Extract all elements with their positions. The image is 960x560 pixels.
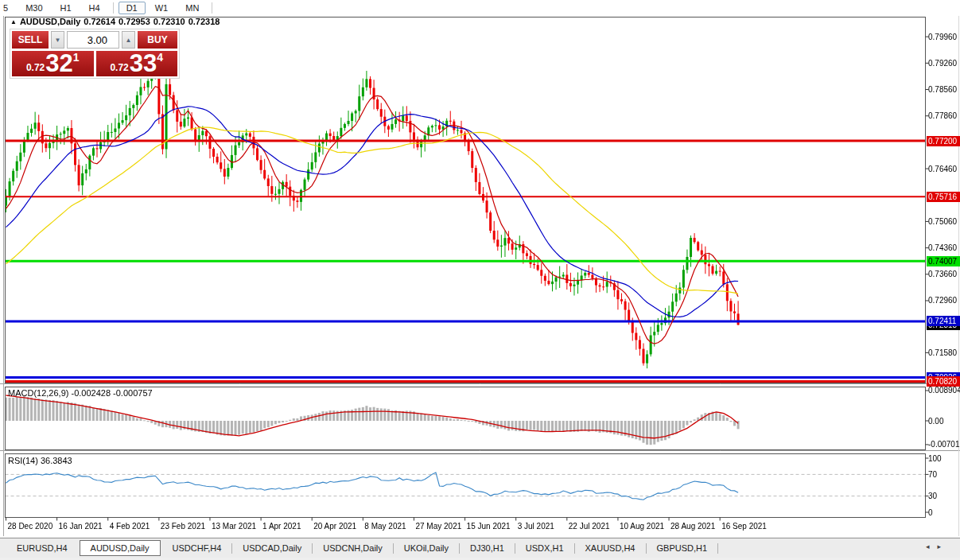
buy-price-pips: 33 (130, 52, 157, 76)
one-click-trading-panel: SELL ▼ 3.00 ▲ BUY 0.72 32 1 0.72 33 4 (10, 29, 180, 79)
sell-price-box[interactable]: 0.72 32 1 (12, 51, 94, 76)
rsi-tick-label: 100 (928, 453, 942, 464)
toolbar-separator (212, 2, 212, 14)
bar-direction-icon: ▲ (10, 18, 17, 25)
buy-button[interactable]: BUY (138, 31, 177, 49)
volume-increase-button[interactable]: ▲ (122, 31, 135, 49)
chevron-up-icon: ▲ (126, 37, 132, 44)
date-tick-label: 28 Aug 2021 (670, 522, 715, 531)
chart-tab-gbpusd[interactable]: GBPUSD,H1 (647, 541, 718, 555)
chart-tab-usdchf[interactable]: USDCHF,H4 (162, 541, 232, 555)
price-level-label-green: 0.74007 (927, 256, 960, 266)
date-tick-label: 20 Apr 2021 (313, 522, 356, 531)
date-tick-label: 27 May 2021 (415, 522, 461, 531)
chart-tab-audusd[interactable]: AUDUSD,Daily (80, 540, 161, 556)
date-tick-label: 13 Mar 2021 (212, 522, 256, 531)
date-tick-label: 1 Apr 2021 (262, 522, 301, 531)
date-tick-label: 8 May 2021 (364, 522, 406, 531)
timeframe-button-h4[interactable]: H4 (81, 2, 108, 14)
buy-price-box[interactable]: 0.72 33 4 (96, 51, 178, 76)
date-tick-label: 10 Aug 2021 (620, 522, 664, 531)
timeframe-button-mn[interactable]: MN (177, 2, 207, 14)
chart-title: ▲AUDUSD,Daily0.726140.729530.723100.7231… (10, 17, 223, 26)
chart-tab-xauusd[interactable]: XAUUSD,H4 (575, 541, 646, 555)
date-tick-label: 28 Dec 2020 (8, 522, 53, 531)
date-tick-label: 3 Jul 2021 (518, 522, 554, 531)
price-tick-label: 0.73660 (928, 269, 957, 279)
price-level-label-red: 0.75716 (927, 192, 960, 202)
price-level-label-red: 0.70820 (927, 376, 960, 387)
price-tick-label: 0.72960 (928, 295, 957, 305)
chart-symbol-period: AUDUSD,Daily (20, 17, 80, 26)
rsi-tick-label: 70 (928, 469, 937, 480)
timeframe-button-m30[interactable]: M30 (17, 2, 50, 14)
rsi-tick-label: 0 (928, 508, 933, 518)
date-tick-label: 22 Jul 2021 (569, 522, 610, 531)
date-tick-label: 16 Sep 2021 (721, 522, 767, 531)
scroll-left-icon[interactable]: ◂ (926, 542, 938, 550)
chart-tab-usdcad[interactable]: USDCAD,Daily (232, 541, 312, 555)
trading-platform-window: 5M30H1H4D1W1MN ▲AUDUSD,Daily0.726140.729… (0, 0, 960, 560)
rsi-tick-label: 30 (928, 491, 937, 501)
price-tick-label: 0.75060 (928, 216, 957, 227)
macd-tick-label: 0.00 (928, 416, 943, 426)
chart-tab-usdx[interactable]: USDX,H1 (515, 541, 574, 555)
volume-decrease-button[interactable]: ▼ (51, 31, 64, 49)
date-tick-label: 23 Feb 2021 (161, 522, 205, 531)
timeframe-button-d1[interactable]: D1 (119, 2, 146, 14)
chart-tab-dj30[interactable]: DJ30,H1 (460, 541, 515, 555)
rsi-indicator-label: RSI(14) 36.3843 (8, 456, 72, 465)
price-tick-label: 0.79960 (928, 32, 957, 42)
volume-input[interactable]: 3.00 (67, 31, 119, 49)
timeframe-button-h1[interactable]: H1 (52, 2, 80, 14)
tab-separator (717, 543, 718, 554)
sell-price-prefix: 0.72 (26, 62, 45, 76)
price-chart-canvas[interactable] (0, 0, 960, 560)
sell-price-pips: 32 (45, 52, 72, 76)
ohlc-open: 0.72614 (84, 17, 115, 26)
price-level-label-red: 0.77200 (927, 136, 960, 146)
date-tick-label: 4 Feb 2021 (110, 522, 150, 531)
price-tick-label: 0.74360 (928, 243, 957, 253)
sell-button[interactable]: SELL (12, 31, 49, 49)
price-tick-label: 0.78560 (928, 84, 957, 95)
chart-tab-usdcnh[interactable]: USDCNH,Daily (313, 541, 393, 555)
buy-price-prefix: 0.72 (110, 62, 128, 76)
buy-price-point: 4 (157, 51, 163, 64)
timeframe-button-w1[interactable]: W1 (147, 2, 177, 14)
chart-tab-ukoil[interactable]: UKOil,Daily (394, 541, 459, 555)
macd-tick-label: 0.008904 (928, 385, 960, 395)
timeframe-toolbar: 5M30H1H4D1W1MN (0, 0, 960, 15)
scroll-right-icon[interactable]: ▸ (937, 542, 949, 550)
macd-indicator-label: MACD(12,26,9) -0.002428 -0.000757 (8, 388, 153, 398)
price-tick-label: 0.79260 (928, 58, 957, 68)
price-tick-label: 0.76460 (928, 164, 957, 174)
tab-scroll-arrows: ◂▸ (926, 542, 949, 550)
ohlc-low: 0.72310 (154, 17, 185, 26)
date-tick-label: 16 Jan 2021 (59, 522, 103, 531)
date-tick-label: 15 Jun 2021 (467, 522, 511, 531)
chart-tab-bar: EURUSD,H4AUDUSD,DailyUSDCHF,H4USDCAD,Dai… (0, 538, 960, 558)
macd-tick-label: -0.00701 (928, 439, 959, 449)
chart-tab-eurusd[interactable]: EURUSD,H4 (6, 541, 78, 555)
toolbar-separator (113, 2, 114, 14)
timeframe-button-5[interactable]: 5 (0, 2, 16, 14)
price-tick-label: 0.71580 (928, 348, 957, 358)
price-level-label-blue: 0.72411 (927, 316, 960, 326)
price-tick-label: 0.77860 (928, 111, 957, 121)
ohlc-close: 0.72318 (189, 17, 220, 26)
ohlc-high: 0.72953 (119, 17, 150, 26)
chevron-down-icon: ▼ (55, 37, 61, 44)
sell-price-point: 1 (73, 51, 80, 64)
